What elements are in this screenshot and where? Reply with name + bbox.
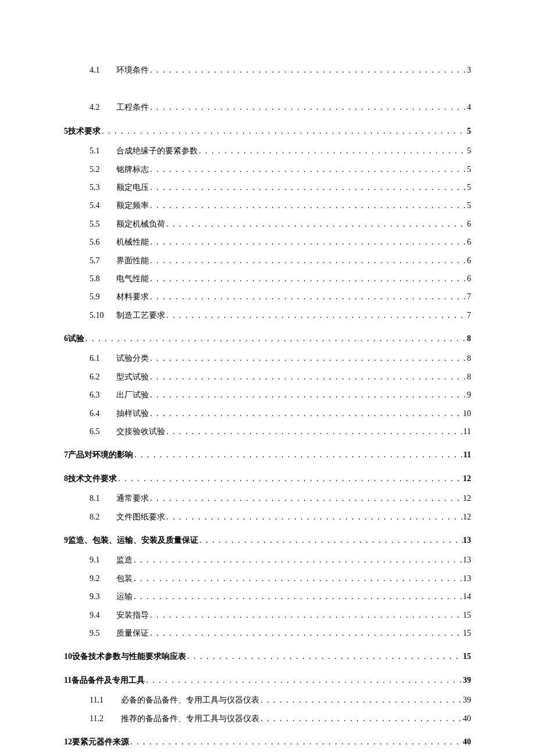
toc-page-number: 11 <box>463 449 471 461</box>
toc-number: 6.1 <box>90 352 116 365</box>
toc-number: 5.1 <box>90 145 116 157</box>
toc-entry: 7 产品对环境的影响. . . . . . . . . . . . . . . … <box>64 449 471 461</box>
toc-page-number: 4 <box>467 101 471 114</box>
toc-entry: 6.3出厂试验. . . . . . . . . . . . . . . . .… <box>64 389 471 402</box>
toc-leader-dots: . . . . . . . . . . . . . . . . . . . . … <box>145 674 463 687</box>
toc-entry: 10 设备技术参数与性能要求响应表. . . . . . . . . . . .… <box>64 650 471 663</box>
toc-page-number: 5 <box>467 181 471 194</box>
toc-leader-dots: . . . . . . . . . . . . . . . . . . . . … <box>129 736 463 748</box>
toc-leader-dots: . . . . . . . . . . . . . . . . . . . . … <box>117 472 463 485</box>
toc-page-number: 9 <box>467 389 471 402</box>
toc-entry: 5 技术要求. . . . . . . . . . . . . . . . . … <box>64 125 471 138</box>
toc-number: 8.2 <box>90 511 116 524</box>
toc-page-number: 8 <box>467 371 471 384</box>
toc-page-number: 8 <box>467 332 471 345</box>
toc-leader-dots: . . . . . . . . . . . . . . . . . . . . … <box>149 64 467 77</box>
toc-entry: 9.2包装. . . . . . . . . . . . . . . . . .… <box>64 572 471 585</box>
toc-leader-dots: . . . . . . . . . . . . . . . . . . . . … <box>149 352 467 365</box>
toc-number: 9.5 <box>90 627 116 640</box>
toc-title: 型式试验 <box>116 371 149 384</box>
toc-leader-dots: . . . . . . . . . . . . . . . . . . . . … <box>259 694 463 707</box>
toc-number: 9 <box>64 534 68 547</box>
toc-entry: 5.9材料要求. . . . . . . . . . . . . . . . .… <box>64 291 471 303</box>
toc-title: 制造工艺要求 <box>116 309 165 322</box>
toc-page-number: 13 <box>463 554 471 567</box>
toc-title: 包装 <box>116 572 133 585</box>
toc-leader-dots: . . . . . . . . . . . . . . . . . . . . … <box>149 371 467 384</box>
toc-entry: 9 监造、包装、运输、安装及质量保证. . . . . . . . . . . … <box>64 534 471 547</box>
toc-entry: 4.1环境条件. . . . . . . . . . . . . . . . .… <box>64 64 471 77</box>
toc-number: 6.4 <box>90 407 116 420</box>
toc-number: 5.7 <box>90 255 116 267</box>
toc-page-number: 12 <box>463 511 471 524</box>
toc-leader-dots: . . . . . . . . . . . . . . . . . . . . … <box>149 389 467 402</box>
toc-page-number: 5 <box>467 163 471 176</box>
toc-entry: 8 技术文件要求. . . . . . . . . . . . . . . . … <box>64 472 471 485</box>
toc-title: 合成绝缘子的要紧参数 <box>116 145 198 157</box>
toc-title: 试验 <box>68 332 84 345</box>
toc-page-number: 5 <box>467 145 471 157</box>
toc-number: 11.1 <box>90 694 121 707</box>
toc-title: 抽样试验 <box>116 407 149 420</box>
toc-page-number: 40 <box>463 736 471 748</box>
toc-entry: 11 备品备件及专用工具. . . . . . . . . . . . . . … <box>64 674 471 687</box>
toc-title: 技术要求 <box>68 125 101 138</box>
toc-entry: 6 试验. . . . . . . . . . . . . . . . . . … <box>64 332 471 345</box>
toc-title: 质量保证 <box>116 627 149 640</box>
toc-entry: 5.1合成绝缘子的要紧参数. . . . . . . . . . . . . .… <box>64 145 471 157</box>
toc-number: 5.8 <box>90 273 116 285</box>
toc-number: 5.4 <box>90 199 116 212</box>
toc-leader-dots: . . . . . . . . . . . . . . . . . . . . … <box>186 650 463 663</box>
toc-entry: 5.7界面性能. . . . . . . . . . . . . . . . .… <box>64 255 471 267</box>
toc-number: 4.2 <box>90 101 116 114</box>
toc-number: 11 <box>64 674 72 687</box>
toc-entry: 9.3运输. . . . . . . . . . . . . . . . . .… <box>64 590 471 603</box>
toc-title: 运输 <box>116 590 133 603</box>
toc-entry: 6.4抽样试验. . . . . . . . . . . . . . . . .… <box>64 407 471 420</box>
toc-page-number: 15 <box>463 627 471 640</box>
toc-entry: 5.10制造工艺要求. . . . . . . . . . . . . . . … <box>64 309 471 322</box>
toc-leader-dots: . . . . . . . . . . . . . . . . . . . . … <box>198 534 463 547</box>
toc-entry: 9.5质量保证. . . . . . . . . . . . . . . . .… <box>64 627 471 640</box>
toc-number: 6.5 <box>90 425 116 438</box>
toc-leader-dots: . . . . . . . . . . . . . . . . . . . . … <box>133 449 463 461</box>
toc-page-number: 10 <box>463 407 471 420</box>
toc-leader-dots: . . . . . . . . . . . . . . . . . . . . … <box>165 218 467 231</box>
toc-title: 额定频率 <box>116 199 149 212</box>
toc-title: 要紧元器件来源 <box>72 736 129 748</box>
toc-page-number: 14 <box>463 590 471 603</box>
toc-leader-dots: . . . . . . . . . . . . . . . . . . . . … <box>101 125 467 138</box>
toc-number: 6.2 <box>90 371 116 384</box>
toc-entry: 9.1监造. . . . . . . . . . . . . . . . . .… <box>64 554 471 567</box>
toc-number: 5.3 <box>90 181 116 194</box>
toc-leader-dots: . . . . . . . . . . . . . . . . . . . . … <box>133 554 463 567</box>
toc-number: 5.5 <box>90 218 116 231</box>
toc-number: 5 <box>64 125 68 138</box>
toc-page-number: 13 <box>463 572 471 585</box>
toc-leader-dots: . . . . . . . . . . . . . . . . . . . . … <box>133 572 463 585</box>
toc-page-number: 13 <box>463 534 471 547</box>
toc-page-number: 5 <box>467 199 471 212</box>
toc-number: 9.2 <box>90 572 116 585</box>
toc-number: 9.1 <box>90 554 116 567</box>
toc-leader-dots: . . . . . . . . . . . . . . . . . . . . … <box>149 627 463 640</box>
toc-entry: 5.6机械性能. . . . . . . . . . . . . . . . .… <box>64 236 471 249</box>
toc-title: 出厂试验 <box>116 389 149 402</box>
toc-entry: 4.2工程条件. . . . . . . . . . . . . . . . .… <box>64 101 471 114</box>
toc-number: 7 <box>64 449 68 461</box>
toc-title: 电气性能 <box>116 273 149 285</box>
toc-title: 文件图纸要求 <box>116 511 165 524</box>
toc-title: 材料要求 <box>116 291 149 303</box>
toc-entry: 8.2文件图纸要求. . . . . . . . . . . . . . . .… <box>64 511 471 524</box>
toc-title: 试验分类 <box>116 352 149 365</box>
toc-leader-dots: . . . . . . . . . . . . . . . . . . . . … <box>165 511 463 524</box>
toc-entry: 9.4安装指导. . . . . . . . . . . . . . . . .… <box>64 609 471 622</box>
toc-page-number: 6 <box>467 255 471 267</box>
table-of-contents: 4.1环境条件. . . . . . . . . . . . . . . . .… <box>64 64 471 756</box>
toc-entry: 12 要紧元器件来源. . . . . . . . . . . . . . . … <box>64 736 471 748</box>
toc-leader-dots: . . . . . . . . . . . . . . . . . . . . … <box>149 255 467 267</box>
toc-title: 通常要求 <box>116 492 149 505</box>
toc-leader-dots: . . . . . . . . . . . . . . . . . . . . … <box>165 425 463 438</box>
toc-number: 9.4 <box>90 609 116 622</box>
toc-number: 4.1 <box>90 64 116 77</box>
